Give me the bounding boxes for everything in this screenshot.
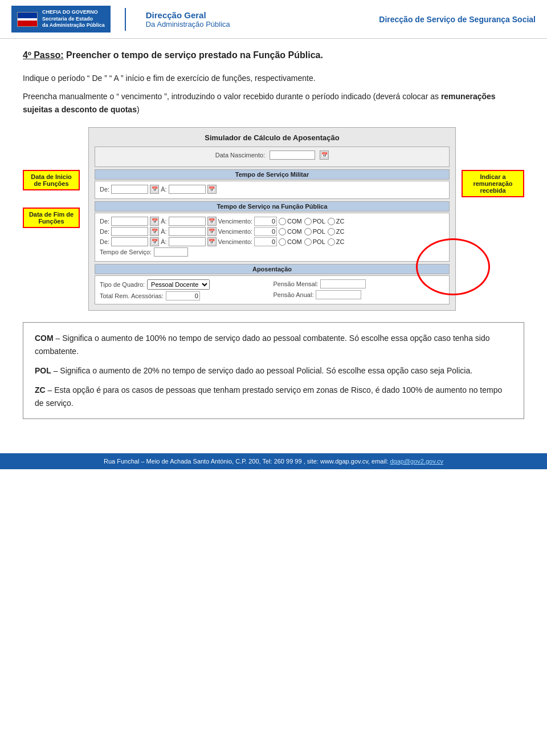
info-zc-text: – Esta opção é para os casos de pessoas … — [35, 385, 502, 407]
pensao-anual-row: Pensão Anual: — [274, 290, 445, 299]
fp-row-1: De: 📅 À: 📅 Vencimento: 0 COM — [100, 217, 444, 226]
fp-radio-group-2: COM POL ZC — [279, 228, 344, 235]
description-block: Indique o período “ De ” “ A ” início e … — [23, 72, 524, 116]
fp-a-input-2[interactable] — [169, 227, 206, 236]
fp-com-radio-3[interactable] — [279, 238, 286, 246]
fp-a-cal-1[interactable]: 📅 — [207, 217, 217, 226]
military-de-cal[interactable]: 📅 — [150, 185, 159, 194]
tipo-quadro-select[interactable]: Pessoal Docente — [147, 279, 210, 290]
fp-com-3[interactable]: COM — [279, 238, 302, 246]
footer-email[interactable]: dgap@gov2.gov.cv — [390, 458, 443, 465]
paragraph1: Indique o período “ De ” “ A ” início e … — [23, 72, 524, 84]
info-section: COM – Significa o aumento de 100% no tem… — [23, 322, 524, 419]
fp-pol-radio-2[interactable] — [304, 228, 312, 235]
info-pol-text: – Significa o aumento de 20% no tempo de… — [54, 366, 472, 375]
fp-zc-label-1: ZC — [336, 218, 345, 225]
left-annotations: Data de Inicio de Funções Data de Fim de… — [23, 170, 80, 228]
military-service-header: Tempo de Serviço Militar — [95, 169, 450, 180]
fp-de-1: De: — [100, 218, 109, 225]
fp-zc-radio-2[interactable] — [328, 228, 335, 235]
fp-zc-label-3: ZC — [336, 238, 345, 245]
military-a-cal[interactable]: 📅 — [207, 185, 217, 194]
fp-de-input-2[interactable] — [111, 227, 148, 236]
fp-com-2[interactable]: COM — [279, 228, 302, 235]
info-com-paragraph: COM – Significa o aumento de 100% no tem… — [35, 332, 512, 357]
tempo-servico-input[interactable] — [154, 247, 188, 257]
fp-de-input-1[interactable] — [111, 217, 148, 226]
fp-radio-group-3: COM POL ZC — [279, 238, 344, 246]
pensao-anual-input[interactable] — [316, 290, 361, 299]
pensao-mensal-input[interactable] — [320, 279, 366, 288]
nascimento-row: Data Nascimento: 📅 — [100, 151, 444, 160]
fp-pol-radio-1[interactable] — [304, 218, 312, 225]
logo-line3: da Administração Pública — [42, 22, 105, 29]
fp-venc-label-1: Vencimento: — [218, 218, 253, 225]
military-a-input[interactable] — [169, 185, 206, 194]
nascimento-label: Data Nascimento: — [215, 152, 265, 158]
apo-left: Tipo de Quadro: Pessoal Docente Total Re… — [100, 279, 271, 300]
fp-a-input-1[interactable] — [169, 217, 206, 226]
fp-zc-radio-1[interactable] — [328, 218, 335, 225]
fp-com-radio-2[interactable] — [279, 228, 286, 235]
header-logo: CHEFIA DO GOVERNO Secretaria de Estado d… — [11, 6, 230, 32]
military-de-label: De: — [100, 186, 109, 193]
fp-com-label-3: COM — [287, 238, 302, 245]
pensao-mensal-label: Pensão Mensal: — [274, 281, 319, 287]
fp-pol-label-1: POL — [313, 218, 325, 225]
fp-com-radio-1[interactable] — [279, 218, 286, 225]
fp-de-2: De: — [100, 228, 109, 235]
apo-right: Pensão Mensal: Pensão Anual: — [274, 279, 445, 300]
annotation-data-fim: Data de Fim de Funções — [23, 208, 80, 228]
fp-zc-3[interactable]: ZC — [328, 238, 345, 246]
fp-pol-3[interactable]: POL — [304, 238, 325, 246]
aposentacao-header: Aposentação — [95, 264, 450, 274]
military-de-input[interactable] — [111, 185, 148, 194]
fp-de-cal-2[interactable]: 📅 — [150, 227, 159, 236]
fp-a-cal-3[interactable]: 📅 — [207, 237, 217, 246]
total-rem-label: Total Rem. Acessórias: — [100, 292, 164, 299]
logo-box: CHEFIA DO GOVERNO Secretaria de Estado d… — [11, 6, 111, 32]
paragraph2-part2: ) — [137, 105, 140, 114]
info-com-text: – Significa o aumento de 100% no tempo d… — [35, 334, 490, 355]
funcao-publica-section: De: 📅 À: 📅 Vencimento: 0 COM — [95, 213, 450, 262]
fp-com-1[interactable]: COM — [279, 218, 302, 225]
total-rem-value[interactable]: 0 — [166, 291, 200, 300]
fp-a-1: À: — [161, 218, 166, 225]
service-title: Direcção de Serviço de Segurança Social — [242, 15, 536, 24]
step-title: 4º Passo: Preencher o tempo de serviço p… — [23, 50, 524, 60]
fp-pol-label-2: POL — [313, 228, 325, 235]
fp-venc-value-3[interactable]: 0 — [254, 237, 277, 246]
step-label: 4º Passo: — [23, 50, 64, 60]
fp-zc-2[interactable]: ZC — [328, 228, 345, 235]
simulator-title: Simulador de Cálculo de Aposentação — [95, 133, 450, 142]
military-row: De: 📅 À: 📅 — [100, 185, 444, 194]
right-annotation: Indicar a remuneração recebida — [462, 170, 524, 197]
fp-zc-radio-3[interactable] — [328, 238, 335, 246]
nascimento-calendar-icon[interactable]: 📅 — [320, 151, 329, 160]
flag-icon — [17, 12, 38, 27]
fp-a-3: À: — [161, 238, 166, 245]
header-divider — [125, 8, 126, 31]
simulator-section: Data de Inicio de Funções Data de Fim de… — [23, 127, 524, 311]
fp-zc-1[interactable]: ZC — [328, 218, 345, 225]
nascimento-input[interactable] — [270, 151, 315, 160]
fp-a-cal-2[interactable]: 📅 — [207, 227, 217, 236]
fp-venc-label-2: Vencimento: — [218, 228, 253, 235]
logo-line2: Secretaria de Estado — [42, 16, 105, 23]
paragraph2-part1: Preencha manualmente o “ vencimento ”, i… — [23, 92, 441, 101]
fp-com-label-1: COM — [287, 218, 302, 225]
annotation-data-inicio: Data de Inicio de Funções — [23, 170, 80, 190]
fp-a-input-3[interactable] — [169, 237, 206, 246]
tipo-quadro-label: Tipo de Quadro: — [100, 281, 145, 288]
fp-pol-2[interactable]: POL — [304, 228, 325, 235]
fp-pol-1[interactable]: POL — [304, 218, 325, 225]
fp-de-cal-3[interactable]: 📅 — [150, 237, 159, 246]
fp-de-input-3[interactable] — [111, 237, 148, 246]
main-content: 4º Passo: Preencher o tempo de serviço p… — [0, 39, 547, 442]
fp-row-3: De: 📅 À: 📅 Vencimento: 0 COM — [100, 237, 444, 246]
fp-venc-value-2[interactable]: 0 — [254, 227, 277, 236]
pensao-mensal-row: Pensão Mensal: — [274, 279, 445, 288]
fp-pol-radio-3[interactable] — [304, 238, 312, 246]
fp-venc-value-1[interactable]: 0 — [254, 217, 277, 226]
fp-de-cal-1[interactable]: 📅 — [150, 217, 159, 226]
